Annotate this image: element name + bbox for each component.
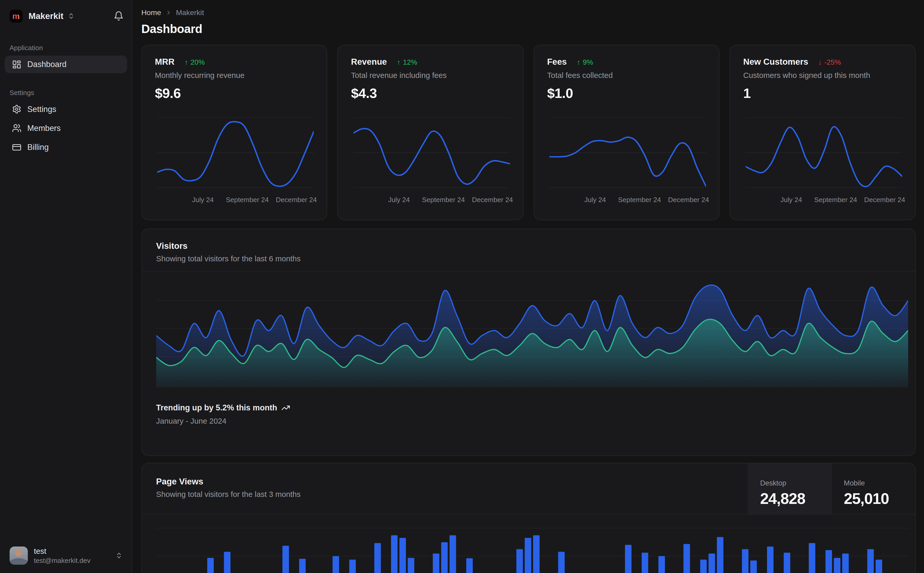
user-menu[interactable]: test test@makerkit.dev [5,543,127,568]
stat-value: $9.6 [155,85,314,101]
sidebar-item-members[interactable]: Members [5,119,127,137]
nav-section-label: Settings [9,89,127,97]
app-root: m Makerkit Application Dashboard Setting… [0,0,924,573]
sparkline-chart [549,114,706,191]
trend-badge: ↑9% [577,58,593,66]
visitors-title: Visitors [156,241,901,251]
page-views-subtitle: Showing total visitors for the last 3 mo… [156,490,734,499]
visitors-subtitle: Showing total visitors for the last 6 mo… [156,254,901,263]
users-icon [12,124,22,133]
nav-section-label: Application [9,44,127,52]
breadcrumb: Home Makerkit [141,8,916,17]
page-views-title: Page Views [156,477,734,487]
stat-card-fees: Fees ↑9% Total fees collected $1.0 July … [533,45,720,220]
workspace-switcher[interactable] [67,13,75,19]
workspace-name: Makerkit [28,11,63,21]
sidebar-item-label: Billing [27,142,49,152]
sidebar-item-billing[interactable]: Billing [5,138,127,157]
trend-badge: ↓-25% [819,58,841,66]
trending-up-icon [281,403,290,412]
sidebar: m Makerkit Application Dashboard Setting… [0,0,132,573]
visitors-area-chart [156,280,908,388]
trend-badge: ↑12% [397,58,417,66]
stat-description: Monthly recurring revenue [155,71,314,80]
sparkline-chart [353,114,510,191]
stat-value: $4.3 [351,85,510,101]
credit-card-icon [12,142,22,152]
sidebar-item-label: Members [27,124,61,133]
page-title: Dashboard [141,22,916,36]
breadcrumb-current: Makerkit [176,8,204,17]
stat-title: New Customers [744,57,808,67]
makerkit-logo: m [9,9,23,23]
sparkline-chart [746,114,902,191]
sidebar-item-label: Dashboard [27,60,66,69]
trend-arrow-icon: ↑ [185,58,188,66]
bell-icon [114,11,124,21]
logo-letter: m [12,12,19,20]
trend-arrow-icon: ↑ [577,58,580,66]
stat-description: Total fees collected [547,71,706,80]
sidebar-item-label: Settings [27,105,56,114]
stat-title: MRR [155,57,174,67]
visitors-period: January - June 2024 [156,416,901,426]
visitors-footer: Trending up by 5.2% this month January -… [142,403,915,426]
toggle-desktop[interactable]: Desktop 24,828 [748,463,831,514]
main-content: Home Makerkit Dashboard MRR ↑20% Monthly… [132,0,924,573]
stat-title: Fees [547,57,566,67]
page-views-header: Page Views Showing total visitors for th… [142,463,915,514]
breadcrumb-home-link[interactable]: Home [141,8,161,17]
notifications-button[interactable] [112,10,125,22]
trend-badge: ↑20% [185,58,205,66]
chevron-right-icon [165,9,172,16]
page-views-card: Page Views Showing total visitors for th… [141,463,916,573]
sidebar-item-settings[interactable]: Settings [5,100,127,118]
stat-card-mrr: MRR ↑20% Monthly recurring revenue $9.6 … [141,45,328,220]
chevrons-up-down-icon [67,13,75,19]
user-email: test@makerkit.dev [34,556,91,565]
layout-dashboard-icon [12,60,22,69]
sidebar-header: m Makerkit [5,8,127,23]
sparkline-chart [157,114,314,191]
sidebar-item-dashboard[interactable]: Dashboard [5,56,127,74]
gear-icon [12,105,22,114]
visitors-card: Visitors Showing total visitors for the … [141,229,916,456]
stat-value: 1 [744,85,902,101]
divider [142,271,915,272]
page-views-bar-chart [156,519,908,573]
toggle-mobile[interactable]: Mobile 25,010 [831,463,915,514]
trend-arrow-icon: ↓ [819,58,822,66]
stat-value: $1.0 [547,85,706,101]
stat-title: Revenue [351,57,387,67]
stat-cards-row: MRR ↑20% Monthly recurring revenue $9.6 … [141,45,916,220]
stat-description: Customers who signed up this month [744,71,902,80]
visitors-trend-text: Trending up by 5.2% this month [156,403,277,412]
sidebar-nav: Application Dashboard Settings Settings … [5,44,127,156]
avatar [9,546,28,565]
chevrons-up-down-icon [115,552,122,559]
user-name: test [34,546,91,556]
stat-description: Total revenue including fees [351,71,510,80]
trend-arrow-icon: ↑ [397,58,400,66]
stat-card-new-customers: New Customers ↓-25% Customers who signed… [729,45,916,220]
stat-card-revenue: Revenue ↑12% Total revenue including fee… [337,45,524,220]
